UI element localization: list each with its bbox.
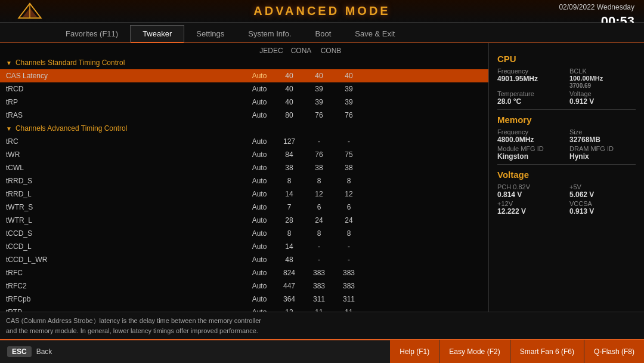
bottom-bar: ESC Back Help (F1) Easy Mode (F2) Smart …	[0, 339, 644, 363]
tab-favorites[interactable]: Favorites (F11)	[54, 26, 130, 42]
easy-mode-button[interactable]: Easy Mode (F2)	[439, 340, 510, 363]
table-row[interactable]: tRAS Auto 80 76 76	[0, 109, 488, 122]
table-row[interactable]: tCCD_S Auto 8 8 8	[0, 227, 488, 240]
cpu-bclk-value: 100.00MHz3700.69	[569, 75, 636, 89]
tab-save-exit[interactable]: Save & Exit	[343, 26, 407, 42]
table-row[interactable]: tRP Auto 40 39 39	[0, 96, 488, 109]
cpu-info-grid: Frequency 4901.95MHz BCLK 100.00MHz3700.…	[497, 67, 636, 106]
main-layout: JEDEC CONA CONB Channels Standard Timing…	[0, 43, 644, 312]
plus5-label: +5V	[569, 183, 636, 190]
esc-label: Back	[36, 347, 52, 356]
standard-timing-table: CAS Latency Auto 40 40 40 tRCD Auto 40 3…	[0, 69, 488, 122]
plus12-label: +12V	[497, 200, 564, 207]
mem-freq-label: Frequency	[497, 128, 564, 136]
esc-area: ESC Back	[0, 346, 72, 357]
cpu-temp-label: Temperature	[497, 90, 564, 97]
nav-bar: Favorites (F11) Tweaker Settings System …	[0, 23, 644, 43]
page-title: ADVANCED MODE	[253, 4, 390, 18]
mem-dram-value: Hynix	[569, 152, 636, 161]
aorus-logo-icon	[15, 2, 45, 20]
voltage-section-title: Voltage	[497, 170, 636, 180]
mem-size-label: Size	[569, 128, 636, 136]
mem-module-value: Kingston	[497, 152, 564, 161]
vccsa-value: 0.913 V	[569, 207, 636, 216]
table-row[interactable]: tRRD_L Auto 14 12 12	[0, 187, 488, 201]
table-row[interactable]: tRFC Auto 824 383 383	[0, 266, 488, 279]
col-jedec: JEDEC	[256, 47, 286, 55]
table-row[interactable]: tRFCpb Auto 364 311 311	[0, 293, 488, 306]
tab-tweaker[interactable]: Tweaker	[130, 25, 184, 42]
memory-section-title: Memory	[497, 115, 636, 125]
table-row[interactable]: CAS Latency Auto 40 40 40	[0, 69, 488, 82]
table-row[interactable]: tWR Auto 84 76 75	[0, 148, 488, 161]
table-row[interactable]: tWTR_S Auto 7 6 6	[0, 201, 488, 214]
date-label: 02/09/2022 Wednesday	[559, 3, 634, 11]
plus12-value: 12.222 V	[497, 207, 564, 216]
cpu-freq-value: 4901.95MHz	[497, 75, 564, 83]
function-buttons: Help (F1) Easy Mode (F2) Smart Fan 6 (F6…	[72, 340, 644, 363]
help-text: CAS (Column Address Strobe）latency is th…	[6, 316, 261, 336]
cpu-voltage-value: 0.912 V	[569, 97, 636, 106]
mem-size-value: 32768MB	[569, 136, 636, 144]
table-row[interactable]: tRFC2 Auto 447 383 383	[0, 279, 488, 293]
advanced-timing-table: tRC Auto 127 - - tWR Auto 84 76 75 tCWL …	[0, 135, 488, 312]
cpu-voltage-label: Voltage	[569, 90, 636, 97]
right-panel: CPU Frequency 4901.95MHz BCLK 100.00MHz3…	[489, 43, 644, 312]
cpu-freq-label: Frequency	[497, 67, 564, 75]
col-cona: CONA	[286, 47, 316, 55]
col-conb: CONB	[316, 47, 346, 55]
table-row[interactable]: tWTR_L Auto 28 24 24	[0, 214, 488, 227]
table-row[interactable]: tCCD_L Auto 14 - -	[0, 240, 488, 253]
table-row[interactable]: tRC Auto 127 - -	[0, 135, 488, 148]
header: AORUS ADVANCED MODE 02/09/2022 Wednesday…	[0, 0, 644, 23]
smart-fan-button[interactable]: Smart Fan 6 (F6)	[510, 340, 584, 363]
table-row[interactable]: tRTP Auto 12 11 11	[0, 306, 488, 312]
cpu-temp-value: 28.0 °C	[497, 97, 564, 106]
table-row[interactable]: tCCD_L_WR Auto 48 - -	[0, 253, 488, 266]
esc-key[interactable]: ESC	[7, 346, 32, 357]
mem-module-label: Module MFG ID	[497, 145, 564, 152]
col-headers: JEDEC CONA CONB	[0, 45, 488, 56]
help-button[interactable]: Help (F1)	[390, 340, 439, 363]
tab-boot[interactable]: Boot	[304, 26, 343, 42]
left-panel: JEDEC CONA CONB Channels Standard Timing…	[0, 43, 489, 312]
vccsa-label: VCCSA	[569, 200, 636, 207]
table-row[interactable]: tRRD_S Auto 8 8 8	[0, 174, 488, 187]
memory-info-grid: Frequency 4800.0MHz Size 32768MB Module …	[497, 128, 636, 161]
table-row[interactable]: tRCD Auto 40 39 39	[0, 82, 488, 96]
mem-dram-label: DRAM MFG ID	[569, 145, 636, 152]
plus5-value: 5.062 V	[569, 190, 636, 199]
pch-value: 0.814 V	[497, 190, 564, 199]
section-standard: Channels Standard Timing Control	[0, 56, 488, 69]
tab-settings[interactable]: Settings	[184, 26, 236, 42]
help-bar: CAS (Column Address Strobe）latency is th…	[0, 312, 644, 339]
voltage-info-grid: PCH 0.82V 0.814 V +5V 5.062 V +12V 12.22…	[497, 183, 636, 216]
qflash-button[interactable]: Q-Flash (F8)	[584, 340, 644, 363]
pch-label: PCH 0.82V	[497, 183, 564, 190]
cpu-bclk-label: BCLK	[569, 67, 636, 75]
section-advanced: Channels Advanced Timing Control	[0, 122, 488, 135]
tab-sysinfo[interactable]: System Info.	[236, 26, 303, 42]
cpu-section-title: CPU	[497, 54, 636, 64]
mem-freq-value: 4800.0MHz	[497, 136, 564, 144]
table-row[interactable]: tCWL Auto 38 38 38	[0, 161, 488, 174]
